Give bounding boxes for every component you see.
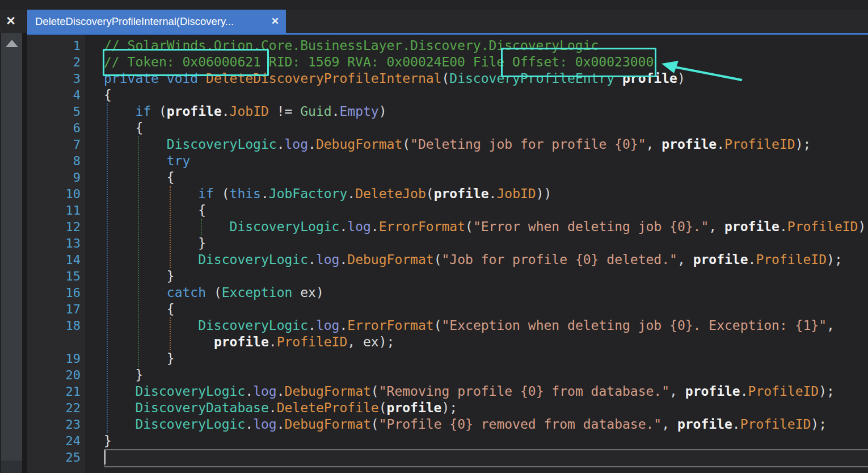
line-number: 14 [27,252,85,268]
tab-close-icon[interactable]: ✕ [271,15,279,27]
scroll-down-button[interactable] [1,461,22,473]
left-scrollbar-column [0,33,27,473]
code-text: { [85,301,868,317]
scroll-up-arrow-icon[interactable] [6,40,18,47]
code-text: { [85,120,868,136]
code-text: { [85,202,868,219]
code-line[interactable]: 21 DiscoveryLogic.log.DebugFormat("Remov… [27,383,868,400]
line-number: 22 [27,400,85,416]
code-line[interactable]: 11 { [27,202,868,219]
line-number: 16 [27,284,85,301]
tab-title: DeleteDiscoveryProfileInternal(Discovery… [35,15,266,28]
code-line[interactable]: 1// SolarWinds.Orion.Core.BusinessLayer.… [27,37,868,54]
code-line[interactable]: 24} [27,433,868,449]
code-line[interactable]: 16 catch (Exception ex) [27,284,868,301]
code-line[interactable]: 3private void DeleteDiscoveryProfileInte… [27,70,868,87]
code-line[interactable]: 10 if (this.JobFactory.DeleteJob(profile… [27,186,868,202]
code-line[interactable]: 12 DiscoveryLogic.log.ErrorFormat("Error… [27,219,868,235]
top-bar [0,0,868,10]
code-text: { [85,87,868,103]
code-line[interactable]: 22 DiscoveryDatabase.DeleteProfile(profi… [27,400,868,416]
code-text: } [85,268,868,284]
code-line[interactable]: 5 if (profile.JobID != Guid.Empty) [27,103,868,120]
line-number [27,334,85,350]
code-editor[interactable]: 1// SolarWinds.Orion.Core.BusinessLayer.… [27,35,868,473]
code-line[interactable]: 8 try [27,153,868,169]
line-number: 17 [27,301,85,317]
scrollbar-track[interactable] [1,33,22,473]
line-number: 7 [27,136,85,153]
current-line-highlight [85,449,868,466]
code-text: // SolarWinds.Orion.Core.BusinessLayer.D… [85,37,868,54]
code-text: // Token: 0x06000621 RID: 1569 RVA: 0x00… [85,54,868,70]
code-line[interactable]: 18 DiscoveryLogic.log.ErrorFormat("Excep… [27,317,868,334]
code-text: DiscoveryLogic.log.ErrorFormat("Error wh… [85,219,868,235]
line-number: 12 [27,219,85,235]
code-line[interactable]: 7 DiscoveryLogic.log.DebugFormat("Deleti… [27,136,868,153]
text-caret [104,450,106,464]
line-number: 20 [27,367,85,383]
line-number: 3 [27,70,85,87]
code-line[interactable]: 25 [27,449,868,466]
code-text: } [85,350,868,367]
code-text: } [85,235,868,252]
code-text: } [85,433,868,449]
line-number: 11 [27,202,85,219]
code-text: DiscoveryDatabase.DeleteProfile(profile)… [85,400,868,416]
scrollbar-separator [22,33,27,473]
pane-close-button[interactable]: ✕ [2,12,19,30]
line-number: 4 [27,87,85,103]
line-number: 18 [27,317,85,334]
code-line[interactable]: profile.ProfileID, ex); [27,334,868,350]
line-number: 8 [27,153,85,169]
code-text: catch (Exception ex) [85,284,868,301]
line-number: 1 [27,37,85,54]
line-number: 19 [27,350,85,367]
code-text: if (profile.JobID != Guid.Empty) [85,103,868,120]
code-text: DiscoveryLogic.log.DebugFormat("Profile … [85,416,868,433]
line-number: 2 [27,54,85,70]
code-text: DiscoveryLogic.log.DebugFormat("Job for … [85,252,868,268]
line-number: 13 [27,235,85,252]
line-number: 15 [27,268,85,284]
code-line[interactable]: 17 { [27,301,868,317]
line-number: 10 [27,186,85,202]
code-text: } [85,367,868,383]
code-line[interactable]: 2// Token: 0x06000621 RID: 1569 RVA: 0x0… [27,54,868,70]
code-text: try [85,153,868,169]
line-number: 5 [27,103,85,120]
line-number: 9 [27,169,85,186]
code-line[interactable]: 15 } [27,268,868,284]
code-text: { [85,169,868,186]
code-line[interactable]: 20 } [27,367,868,383]
code-text: DiscoveryLogic.log.DebugFormat("Removing… [85,383,868,400]
line-number: 21 [27,383,85,400]
code-line[interactable]: 4{ [27,87,868,103]
code-line[interactable]: 23 DiscoveryLogic.log.DebugFormat("Profi… [27,416,868,433]
line-number: 23 [27,416,85,433]
line-number: 6 [27,120,85,136]
line-number: 25 [27,449,85,466]
code-text: DiscoveryLogic.log.DebugFormat("Deleting… [85,136,868,153]
close-icon: ✕ [6,14,16,28]
code-text: private void DeleteDiscoveryProfileInter… [85,70,868,87]
tab-bar: ✕ DeleteDiscoveryProfileInternal(Discove… [0,10,868,33]
code-text: DiscoveryLogic.log.ErrorFormat("Exceptio… [85,317,868,334]
code-line[interactable]: 19 } [27,350,868,367]
code-line[interactable]: 6 { [27,120,868,136]
code-line[interactable]: 13 } [27,235,868,252]
code-line[interactable]: 14 DiscoveryLogic.log.DebugFormat("Job f… [27,252,868,268]
code-text: if (this.JobFactory.DeleteJob(profile.Jo… [85,186,868,202]
decompiler-window: ✕ DeleteDiscoveryProfileInternal(Discove… [0,0,868,473]
code-text: profile.ProfileID, ex); [85,334,868,350]
line-number: 24 [27,433,85,449]
tab-active[interactable]: DeleteDiscoveryProfileInternal(Discovery… [27,10,286,33]
code-line[interactable]: 9 { [27,169,868,186]
code-lines: 1// SolarWinds.Orion.Core.BusinessLayer.… [27,37,868,466]
